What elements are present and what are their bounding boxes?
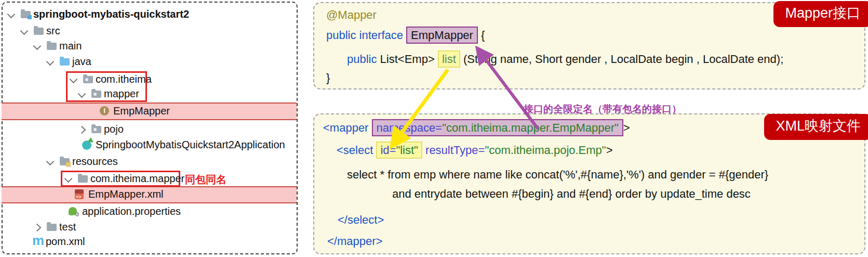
folder-icon — [34, 28, 44, 35]
mapper-tag: <mapper — [323, 121, 372, 134]
namespace-attr: namespace= — [377, 121, 443, 134]
sql-text: and entrydate between #{begin} and #{end… — [392, 187, 751, 200]
java-source-folder-icon — [60, 58, 70, 66]
same-package-note: 同包同名 — [185, 173, 226, 187]
namespace-value: "com.itheima.mapper.EmpMapper" — [442, 121, 619, 134]
tree-item-application-properties[interactable]: application.properties — [0, 205, 295, 219]
chevron-down-icon[interactable] — [46, 158, 55, 166]
namespace-highlight: namespace="com.itheima.mapper.EmpMapper" — [372, 119, 623, 136]
tree-item-mapper[interactable]: mapper — [0, 88, 295, 101]
id-value: "list" — [396, 144, 418, 157]
tree-item-src[interactable]: src — [0, 25, 295, 38]
tree-item-label: com.itheima — [96, 73, 152, 85]
mapper-annotation: @Mapper — [326, 8, 377, 21]
empmapper-name-highlight: EmpMapper — [406, 27, 478, 44]
tree-item-empmapper-xml[interactable]: EmpMapper.xml — [0, 188, 295, 202]
tree-item-label: SpringbootMybatisQuickstart2Application — [96, 139, 285, 151]
tree-item-label: pom.xml — [46, 236, 85, 248]
method-params: (String name, Short gender , LocalDate b… — [460, 53, 783, 66]
spring-config-icon — [69, 207, 77, 215]
xml-line-select-open: <select id="list" resultType="com.itheim… — [337, 143, 613, 158]
folder-icon — [47, 43, 57, 50]
tree-item-test[interactable]: test — [0, 221, 295, 235]
chevron-down-icon[interactable] — [33, 42, 42, 50]
select-tag: <select — [337, 144, 376, 157]
screenshot-root: { "colors": { "badge_red": "#c50005", "p… — [0, 0, 868, 257]
tag-close: > — [623, 121, 630, 134]
folder-icon — [78, 175, 88, 183]
id-attr: id= — [380, 144, 396, 157]
brace: { — [478, 29, 485, 42]
resulttype-attr: resultType= — [422, 144, 485, 157]
xml-line-sql-2: and entrydate between #{begin} and #{end… — [392, 186, 751, 202]
tree-item-com-itheima[interactable]: com.itheima — [0, 73, 295, 87]
tree-item-pom-xml[interactable]: pom.xml — [0, 236, 295, 249]
brace: } — [326, 71, 330, 84]
chevron-down-icon[interactable] — [64, 175, 73, 183]
interface-icon — [100, 106, 109, 115]
java-code-line-annotation: @Mapper — [326, 7, 377, 23]
chevron-right-icon[interactable] — [78, 126, 86, 134]
folder-icon — [47, 224, 57, 231]
select-close-tag: </select> — [338, 213, 384, 226]
fqcn-note: 接口的全限定名（带有包名的接口） — [524, 102, 682, 116]
tree-item-label: mapper — [104, 88, 139, 100]
resulttype-value: "com.itheima.pojo.Emp" — [485, 144, 606, 157]
list-method-highlight: list — [438, 50, 460, 68]
maven-icon — [32, 234, 44, 247]
tree-item-project-root[interactable]: springboot-mybatis-quickstart2 — [0, 8, 295, 22]
keyword: public interface — [326, 29, 406, 42]
xml-line-mapper-close: </mapper> — [327, 234, 382, 249]
tree-item-label: src — [46, 25, 60, 37]
tree-item-java[interactable]: java — [0, 56, 295, 69]
tree-item-label: EmpMapper.xml — [88, 188, 164, 200]
xml-line-select-close: </select> — [338, 212, 384, 228]
chevron-right-icon[interactable] — [33, 224, 42, 232]
tree-item-label: pojo — [104, 123, 124, 135]
chevron-down-icon[interactable] — [46, 58, 55, 66]
tree-item-label: main — [59, 40, 82, 52]
java-code-line-closebrace: } — [326, 70, 330, 86]
tree-item-empmapper[interactable]: EmpMapper — [0, 105, 295, 119]
tree-item-label: EmpMapper — [113, 105, 170, 117]
xml-line-mapper-open: <mapper namespace="com.itheima.mapper.Em… — [323, 120, 630, 136]
tag-close: > — [606, 144, 613, 157]
mapper-close-tag: </mapper> — [327, 235, 382, 248]
tree-item-label: application.properties — [82, 205, 181, 217]
chevron-down-icon[interactable] — [70, 75, 78, 84]
mapper-interface-badge: Mapper接口 — [773, 1, 868, 27]
xml-line-sql-1: select * from emp where name like concat… — [347, 167, 768, 183]
return-type: List<Emp> — [380, 53, 438, 66]
springboot-class-icon — [82, 140, 91, 150]
id-list-highlight: id="list" — [376, 142, 422, 159]
tree-item-pojo[interactable]: pojo — [0, 123, 295, 137]
xml-mapping-file-badge: XML映射文件 — [764, 114, 868, 140]
tree-item-label: java — [72, 56, 91, 68]
tree-item-resources[interactable]: resources — [0, 156, 295, 169]
tree-item-label: test — [59, 221, 76, 233]
chevron-down-icon[interactable] — [20, 27, 29, 35]
tree-item-com-itheima-mapper[interactable]: com.itheima.mapper — [0, 173, 295, 186]
package-folder-icon — [83, 76, 93, 83]
package-folder-icon — [91, 126, 101, 133]
package-folder-icon — [91, 91, 101, 98]
xml-file-icon — [75, 189, 84, 199]
project-folder-icon — [21, 11, 31, 18]
tree-item-label: resources — [72, 156, 118, 168]
java-code-line-interface: public interface EmpMapper { — [326, 28, 485, 43]
tree-item-label: com.itheima.mapper — [90, 173, 184, 185]
tree-item-main[interactable]: main — [0, 40, 295, 54]
chevron-down-icon[interactable] — [78, 90, 86, 98]
keyword: public — [347, 53, 380, 66]
java-code-line-method: public List<Emp> list (String name, Shor… — [347, 52, 783, 67]
tree-item-springboot-application[interactable]: SpringbootMybatisQuickstart2Application — [0, 139, 295, 152]
chevron-down-icon[interactable] — [7, 10, 16, 19]
sql-text: select * from emp where name like concat… — [347, 168, 768, 181]
resources-folder-icon — [60, 158, 70, 165]
tree-item-label: springboot-mybatis-quickstart2 — [33, 8, 189, 20]
